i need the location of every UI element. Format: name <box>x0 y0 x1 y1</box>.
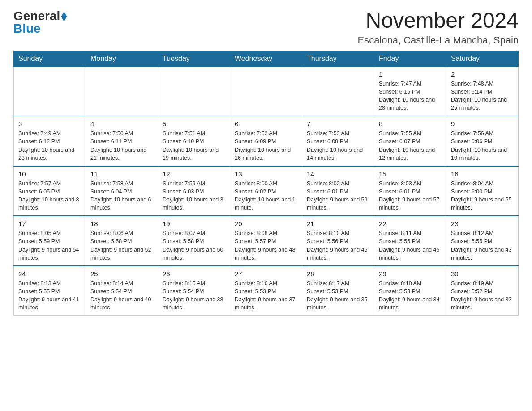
day-number: 23 <box>451 219 514 228</box>
day-info: Sunrise: 8:13 AMSunset: 5:55 PMDaylight:… <box>18 279 81 312</box>
day-info: Sunrise: 7:58 AMSunset: 6:04 PMDaylight:… <box>90 180 153 212</box>
calendar-cell: 18Sunrise: 8:06 AMSunset: 5:58 PMDayligh… <box>86 216 158 266</box>
calendar-cell: 28Sunrise: 8:17 AMSunset: 5:53 PMDayligh… <box>302 266 374 316</box>
logo-blue-text: Blue <box>13 21 41 36</box>
logo: General Blue <box>13 9 67 36</box>
day-info: Sunrise: 7:48 AMSunset: 6:14 PMDaylight:… <box>451 80 514 112</box>
calendar-cell: 12Sunrise: 7:59 AMSunset: 6:03 PMDayligh… <box>158 166 230 216</box>
calendar-cell: 26Sunrise: 8:15 AMSunset: 5:54 PMDayligh… <box>158 266 230 316</box>
calendar-cell: 10Sunrise: 7:57 AMSunset: 6:05 PMDayligh… <box>14 166 86 216</box>
day-info: Sunrise: 7:57 AMSunset: 6:05 PMDaylight:… <box>18 180 81 212</box>
day-info: Sunrise: 8:15 AMSunset: 5:54 PMDaylight:… <box>163 279 225 312</box>
weekday-header-sunday: Sunday <box>14 51 86 66</box>
calendar-cell <box>14 66 86 116</box>
day-number: 7 <box>307 119 369 128</box>
day-number: 29 <box>379 269 442 278</box>
day-number: 24 <box>18 269 81 278</box>
day-number: 10 <box>18 169 81 179</box>
day-number: 16 <box>451 169 514 179</box>
calendar-cell: 16Sunrise: 8:04 AMSunset: 6:00 PMDayligh… <box>446 166 519 216</box>
day-number: 17 <box>18 219 81 228</box>
weekday-header-friday: Friday <box>374 51 446 66</box>
location-subtitle: Escalona, Castille-La Mancha, Spain <box>357 34 519 46</box>
calendar-cell: 23Sunrise: 8:12 AMSunset: 5:55 PMDayligh… <box>446 216 519 266</box>
day-number: 26 <box>163 269 225 278</box>
day-info: Sunrise: 8:02 AMSunset: 6:01 PMDaylight:… <box>307 180 369 212</box>
day-number: 9 <box>451 119 514 128</box>
calendar-cell <box>86 66 158 116</box>
day-info: Sunrise: 7:59 AMSunset: 6:03 PMDaylight:… <box>163 180 225 212</box>
calendar-cell: 5Sunrise: 7:51 AMSunset: 6:10 PMDaylight… <box>158 116 230 166</box>
weekday-header-thursday: Thursday <box>302 51 374 66</box>
day-number: 28 <box>307 269 369 278</box>
day-number: 8 <box>379 119 442 128</box>
calendar-table: SundayMondayTuesdayWednesdayThursdayFrid… <box>13 51 519 316</box>
day-info: Sunrise: 8:07 AMSunset: 5:58 PMDaylight:… <box>163 229 225 262</box>
calendar-cell <box>158 66 230 116</box>
day-number: 12 <box>163 169 225 179</box>
day-number: 18 <box>90 219 153 228</box>
weekday-header-saturday: Saturday <box>446 51 519 66</box>
calendar-cell: 25Sunrise: 8:14 AMSunset: 5:54 PMDayligh… <box>86 266 158 316</box>
day-number: 2 <box>451 69 514 79</box>
day-number: 11 <box>90 169 153 179</box>
calendar-cell: 30Sunrise: 8:19 AMSunset: 5:52 PMDayligh… <box>446 266 519 316</box>
calendar-week-1: 1Sunrise: 7:47 AMSunset: 6:15 PMDaylight… <box>14 66 519 116</box>
day-info: Sunrise: 8:16 AMSunset: 5:53 PMDaylight:… <box>235 279 297 312</box>
day-info: Sunrise: 8:17 AMSunset: 5:53 PMDaylight:… <box>307 279 369 312</box>
calendar-week-3: 10Sunrise: 7:57 AMSunset: 6:05 PMDayligh… <box>14 166 519 216</box>
calendar-cell: 29Sunrise: 8:18 AMSunset: 5:53 PMDayligh… <box>374 266 446 316</box>
calendar-cell: 8Sunrise: 7:55 AMSunset: 6:07 PMDaylight… <box>374 116 446 166</box>
day-info: Sunrise: 7:52 AMSunset: 6:09 PMDaylight:… <box>235 129 297 162</box>
day-info: Sunrise: 7:49 AMSunset: 6:12 PMDaylight:… <box>18 129 81 162</box>
day-number: 25 <box>90 269 153 278</box>
calendar-cell: 7Sunrise: 7:53 AMSunset: 6:08 PMDaylight… <box>302 116 374 166</box>
weekday-header-wednesday: Wednesday <box>230 51 302 66</box>
day-info: Sunrise: 8:03 AMSunset: 6:01 PMDaylight:… <box>379 180 442 212</box>
calendar-cell: 20Sunrise: 8:08 AMSunset: 5:57 PMDayligh… <box>230 216 302 266</box>
day-info: Sunrise: 7:53 AMSunset: 6:08 PMDaylight:… <box>307 129 369 162</box>
weekday-header-tuesday: Tuesday <box>158 51 230 66</box>
weekday-header-monday: Monday <box>86 51 158 66</box>
calendar-cell: 15Sunrise: 8:03 AMSunset: 6:01 PMDayligh… <box>374 166 446 216</box>
day-info: Sunrise: 8:11 AMSunset: 5:56 PMDaylight:… <box>379 229 442 262</box>
day-number: 5 <box>163 119 225 128</box>
day-number: 30 <box>451 269 514 278</box>
calendar-cell: 14Sunrise: 8:02 AMSunset: 6:01 PMDayligh… <box>302 166 374 216</box>
day-info: Sunrise: 8:19 AMSunset: 5:52 PMDaylight:… <box>451 279 514 312</box>
calendar-cell: 1Sunrise: 7:47 AMSunset: 6:15 PMDaylight… <box>374 66 446 116</box>
day-number: 4 <box>90 119 153 128</box>
calendar-cell: 2Sunrise: 7:48 AMSunset: 6:14 PMDaylight… <box>446 66 519 116</box>
calendar-cell: 21Sunrise: 8:10 AMSunset: 5:56 PMDayligh… <box>302 216 374 266</box>
calendar-cell: 27Sunrise: 8:16 AMSunset: 5:53 PMDayligh… <box>230 266 302 316</box>
day-info: Sunrise: 8:08 AMSunset: 5:57 PMDaylight:… <box>235 229 297 262</box>
day-number: 22 <box>379 219 442 228</box>
day-info: Sunrise: 7:55 AMSunset: 6:07 PMDaylight:… <box>379 129 442 162</box>
day-number: 21 <box>307 219 369 228</box>
calendar-cell: 17Sunrise: 8:05 AMSunset: 5:59 PMDayligh… <box>14 216 86 266</box>
day-info: Sunrise: 8:10 AMSunset: 5:56 PMDaylight:… <box>307 229 369 262</box>
day-number: 3 <box>18 119 81 128</box>
day-number: 13 <box>235 169 297 179</box>
month-title: November 2024 <box>357 9 519 33</box>
calendar-cell: 24Sunrise: 8:13 AMSunset: 5:55 PMDayligh… <box>14 266 86 316</box>
day-info: Sunrise: 8:12 AMSunset: 5:55 PMDaylight:… <box>451 229 514 262</box>
title-section: November 2024 Escalona, Castille-La Manc… <box>357 9 519 46</box>
day-info: Sunrise: 7:56 AMSunset: 6:06 PMDaylight:… <box>451 129 514 162</box>
calendar-cell: 19Sunrise: 8:07 AMSunset: 5:58 PMDayligh… <box>158 216 230 266</box>
day-number: 19 <box>163 219 225 228</box>
day-number: 6 <box>235 119 297 128</box>
day-info: Sunrise: 8:18 AMSunset: 5:53 PMDaylight:… <box>379 279 442 312</box>
day-info: Sunrise: 8:06 AMSunset: 5:58 PMDaylight:… <box>90 229 153 262</box>
day-number: 20 <box>235 219 297 228</box>
calendar-week-4: 17Sunrise: 8:05 AMSunset: 5:59 PMDayligh… <box>14 216 519 266</box>
day-info: Sunrise: 7:51 AMSunset: 6:10 PMDaylight:… <box>163 129 225 162</box>
calendar-cell: 4Sunrise: 7:50 AMSunset: 6:11 PMDaylight… <box>86 116 158 166</box>
page-header: General Blue November 2024 Escalona, Cas… <box>13 9 519 46</box>
day-number: 1 <box>379 69 442 79</box>
day-number: 15 <box>379 169 442 179</box>
day-info: Sunrise: 8:14 AMSunset: 5:54 PMDaylight:… <box>90 279 153 312</box>
calendar-cell: 6Sunrise: 7:52 AMSunset: 6:09 PMDaylight… <box>230 116 302 166</box>
calendar-cell: 22Sunrise: 8:11 AMSunset: 5:56 PMDayligh… <box>374 216 446 266</box>
day-number: 27 <box>235 269 297 278</box>
